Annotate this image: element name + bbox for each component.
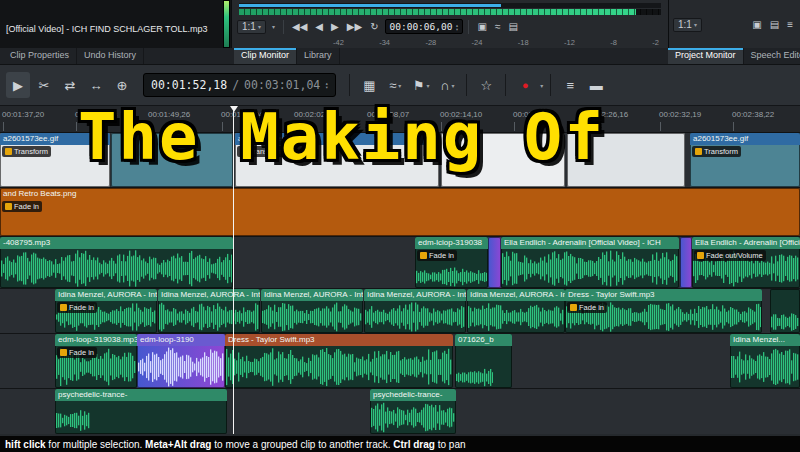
timeline-clip[interactable]: Ella Endlich - Adrenalin [OfficiaFade ou… xyxy=(692,237,800,288)
effect-icon xyxy=(695,148,702,155)
waveform xyxy=(262,302,362,332)
timeline-clip[interactable] xyxy=(567,133,685,187)
project-zoom-select[interactable]: 1:1 ▾ xyxy=(673,18,702,32)
frame-forward-button[interactable]: ▶▶ xyxy=(344,20,365,34)
monitor-seekbar[interactable] xyxy=(239,3,661,8)
tab-undo-history[interactable]: Undo History xyxy=(77,48,144,64)
effect-badge[interactable]: Fade in xyxy=(2,201,42,212)
effect-badge[interactable]: Transform xyxy=(2,146,51,157)
timeline-clip[interactable]: and Retro Beats.pngFade in xyxy=(0,188,800,236)
timeline-timecode[interactable]: 00:01:52,18 / 00:03:01,04 ▴▾ xyxy=(143,73,336,97)
razor-tool-button[interactable]: ✂ xyxy=(32,72,56,98)
ruler-tick: 00:02:14,10 xyxy=(440,110,482,119)
timeline-clip[interactable] xyxy=(111,133,233,187)
effect-badge[interactable]: Fade in xyxy=(567,302,607,313)
timeline-clip[interactable]: edm-lciop-319038Fade in xyxy=(415,237,488,288)
timeline-clip[interactable]: a2601573ee.gifTransform xyxy=(0,133,110,187)
db-scale-label: -12 xyxy=(564,38,575,47)
chevron-down-icon: ▾ xyxy=(398,82,401,89)
timeline-clip[interactable]: 071626_b xyxy=(455,334,512,388)
timeline-clip[interactable]: Idina Menzel, AURORA - Int xyxy=(261,289,363,333)
timeline-clip[interactable]: psychedelic-trance- xyxy=(55,389,227,434)
audio-scrub-button[interactable]: ≈ xyxy=(492,20,504,34)
timeline-toolbar: ▶✂⇄↔⊕ 00:01:52,18 / 00:03:01,04 ▴▾ ▦≈▾⚑▾… xyxy=(0,65,800,106)
tab-clip-properties[interactable]: Clip Properties xyxy=(3,48,77,64)
markers-menu-button[interactable]: ⚑▾ xyxy=(409,72,433,98)
clip-name: a2601573ee.gif xyxy=(690,133,800,145)
timeline-clip[interactable]: Idina Menzel, AURORA - IntFade in xyxy=(55,289,157,333)
clip-name: psychedelic-trance- xyxy=(370,389,456,401)
timeline-clip[interactable]: edm-loop-3190 xyxy=(137,334,225,388)
spinner-icons[interactable]: ▴▾ xyxy=(325,81,328,89)
timeline-clip[interactable] xyxy=(488,237,501,288)
timeline-clip[interactable] xyxy=(680,237,692,288)
multicam-tool-button[interactable]: ⊕ xyxy=(110,72,134,98)
spinner-down-icon[interactable]: ▾ xyxy=(325,85,328,89)
timeline-clip[interactable]: Idina Menzel... xyxy=(730,334,800,388)
effect-badge[interactable]: Fade out/Volume xyxy=(694,250,766,261)
playhead[interactable] xyxy=(233,106,234,434)
go-to-zone-start-button[interactable]: ◀◀ xyxy=(289,20,310,34)
clip-monitor-panel: 1:1 ▾ ▾ ◀◀◀▶▶▶↻ 00:00:06,00 ▴▾ ▣≈▤ -42-3… xyxy=(232,0,668,48)
effect-badge[interactable]: Fade in xyxy=(57,302,97,313)
kdenlive-window: [Official Video] - ICH FIND SCHLAGER TOL… xyxy=(0,0,800,452)
monitor-dropdown-button[interactable]: ▾ xyxy=(269,22,278,32)
effect-badge-label: Transform xyxy=(249,147,283,156)
zone-mode-button[interactable]: ▣ xyxy=(749,18,764,32)
timeline-clip[interactable] xyxy=(441,133,565,187)
timeline-clip[interactable]: Idina Menzel, AURORA - Int xyxy=(364,289,466,333)
clip-name: and Retro Beats.png xyxy=(0,188,800,200)
effect-badge[interactable]: Fade in xyxy=(57,347,97,358)
monitor-timecode[interactable]: 00:00:06,00 ▴▾ xyxy=(385,19,464,34)
spinner-icons[interactable]: ▴▾ xyxy=(455,23,458,31)
timeline-clip[interactable]: -408795.mp3 xyxy=(0,237,233,288)
tab-clip-monitor[interactable]: Clip Monitor xyxy=(234,48,297,64)
status-text: Ctrl drag xyxy=(393,439,435,450)
timeline-clip[interactable] xyxy=(770,289,800,333)
spinner-down-icon[interactable]: ▾ xyxy=(455,27,458,31)
slip-tool-button[interactable]: ↔ xyxy=(84,72,108,98)
effect-icon xyxy=(5,203,12,210)
favorite-effects-button[interactable]: ☆ xyxy=(474,72,498,98)
timeline-clip[interactable]: Dress - Taylor Swift.mp3Fade in xyxy=(565,289,762,333)
effect-badge[interactable]: Transform xyxy=(692,146,741,157)
overlay-button[interactable]: ▤ xyxy=(767,18,782,32)
subtitle-tool-button[interactable]: ▬ xyxy=(584,72,608,98)
effect-badge[interactable]: Transform xyxy=(237,146,286,157)
spacer-tool-button[interactable]: ⇄ xyxy=(58,72,82,98)
audio-meter-vertical xyxy=(223,0,230,48)
frame-back-button[interactable]: ◀ xyxy=(312,20,326,34)
timeline-clip[interactable]: edm-loop-319038.mp3Fade in xyxy=(55,334,137,388)
ruler-tick: 00:01:37,20 xyxy=(2,110,44,119)
audio-mixer-button[interactable]: ≡ xyxy=(558,72,582,98)
timeline-clip[interactable]: Idina Menzel, AURORA - Int xyxy=(158,289,260,333)
selection-tool-button[interactable]: ▶ xyxy=(6,72,30,98)
timecode-current: 00:01:52,18 xyxy=(151,78,227,92)
audio-meter-level xyxy=(239,9,636,15)
loop-zone-button[interactable]: ↻ xyxy=(367,20,381,34)
zone-mode-button[interactable]: ▣ xyxy=(474,20,489,34)
db-scale-label: -34 xyxy=(379,38,390,47)
timeline-ruler[interactable]: 00:01:37,2000:01:43,2300:01:49,2600:01:5… xyxy=(0,106,800,133)
waveform xyxy=(502,250,678,287)
monitor-zoom-select[interactable]: 1:1 ▾ xyxy=(237,20,266,34)
effect-badge[interactable]: Fade in xyxy=(417,250,457,261)
timeline-clip[interactable]: psychedelic-trance- xyxy=(370,389,456,434)
tab-project-monitor[interactable]: Project Monitor xyxy=(668,48,744,64)
timeline-clip[interactable]: Ella Endlich - Adrenalin [Official Video… xyxy=(501,237,679,288)
timeline-clip[interactable]: a2601573ee.gifTransform xyxy=(690,133,800,187)
track-audio-1: -408795.mp3edm-lciop-319038Fade inElla E… xyxy=(0,237,800,288)
play-button[interactable]: ▶ xyxy=(328,20,342,34)
timeline-clip[interactable]: Idina Menzel, AURORA - Int xyxy=(467,289,565,333)
video-thumbnails-button[interactable]: ▦ xyxy=(357,72,381,98)
audio-record-button[interactable]: ● xyxy=(513,72,537,98)
monitor-menu-button[interactable]: ≡ xyxy=(784,18,796,32)
timeline-clip[interactable]: a2601573ee.gifTransform xyxy=(235,133,439,187)
tab-library[interactable]: Library xyxy=(297,48,340,64)
ruler-tick: 00:01:56,04 xyxy=(221,110,263,119)
snapping-button[interactable]: ∩▾ xyxy=(435,72,459,98)
monitor-overlay-button[interactable]: ▤ xyxy=(505,20,520,34)
timeline-clip[interactable]: Dress - Taylor Swift.mp3 xyxy=(225,334,453,388)
tab-speech-editor[interactable]: Speech Editor xyxy=(744,48,800,64)
audio-thumbnails-button[interactable]: ≈▾ xyxy=(383,72,407,98)
